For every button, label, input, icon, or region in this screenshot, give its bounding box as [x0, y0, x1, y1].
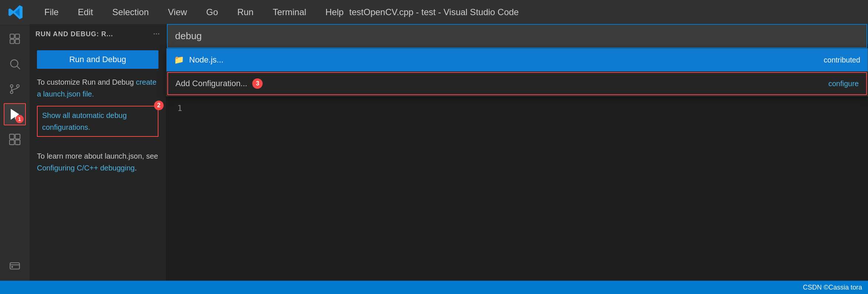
activity-search[interactable]	[4, 53, 26, 75]
menu-bar: File Edit Selection View Go Run Terminal…	[41, 6, 346, 19]
run-debug-button[interactable]: Run and Debug	[37, 50, 158, 69]
nodejs-tag: contributed	[824, 56, 860, 64]
nodejs-label: Node.js...	[189, 55, 223, 65]
sidebar-content: Run and Debug To customize Run and Debug…	[30, 44, 166, 281]
svg-rect-14	[10, 134, 14, 139]
menu-help[interactable]: Help	[322, 6, 346, 19]
svg-rect-3	[15, 39, 19, 43]
badge-2: 2	[154, 101, 164, 110]
vscode-logo	[7, 4, 24, 20]
show-debug-container: Show all automatic debug configurations.…	[37, 106, 158, 144]
svg-rect-17	[15, 140, 20, 145]
learn-more-text: To learn more about launch.json, see Con…	[37, 150, 158, 174]
svg-rect-16	[10, 140, 14, 145]
svg-rect-18	[10, 263, 20, 269]
svg-rect-0	[10, 34, 14, 38]
editor-area: ◈ Get Start... C+ testOpe... 📁 Node.js..…	[166, 24, 868, 281]
dropdown-list: 📁 Node.js... contributed Add Configurati…	[166, 48, 868, 96]
title-bar: File Edit Selection View Go Run Terminal…	[0, 0, 868, 24]
status-bar: CSDN ©Cassia tora	[0, 281, 868, 294]
svg-point-8	[17, 85, 19, 87]
svg-rect-1	[15, 34, 19, 38]
menu-terminal[interactable]: Terminal	[270, 6, 309, 19]
show-debug-box: Show all automatic debug configurations.	[37, 106, 158, 137]
sidebar: RUN AND DEBUG: R... ··· Run and Debug To…	[30, 24, 166, 281]
debug-badge: 1	[16, 115, 24, 123]
sidebar-more-icon[interactable]: ···	[153, 30, 160, 38]
status-right: CSDN ©Cassia tora	[803, 284, 862, 291]
dropdown-item-nodejs[interactable]: 📁 Node.js... contributed	[167, 48, 868, 71]
configure-tag: configure	[828, 80, 859, 88]
activity-remote[interactable]	[4, 255, 26, 277]
customize-text: To customize Run and Debug create a laun…	[37, 76, 158, 100]
svg-point-6	[10, 85, 13, 87]
show-debug-link[interactable]: Show all automatic debug configurations.	[42, 111, 127, 131]
activity-explorer[interactable]	[4, 28, 26, 50]
sidebar-header-icons: ···	[153, 30, 160, 38]
svg-point-20	[12, 266, 13, 267]
sidebar-header: RUN AND DEBUG: R... ···	[30, 24, 166, 44]
debug-dropdown: 📁 Node.js... contributed Add Configurati…	[166, 24, 868, 96]
activity-bar: 1	[0, 24, 30, 281]
add-config-left: Add Configuration... 3	[175, 78, 263, 89]
menu-selection[interactable]: Selection	[109, 6, 152, 19]
sidebar-header-title: RUN AND DEBUG: R...	[35, 30, 113, 38]
folder-icon: 📁	[174, 55, 184, 65]
debug-search-input[interactable]	[175, 30, 859, 42]
badge-3: 3	[252, 78, 263, 89]
add-config-label: Add Configuration...	[175, 79, 247, 88]
search-container	[167, 24, 867, 48]
line-number-1: 1	[177, 104, 188, 113]
menu-go[interactable]: Go	[203, 6, 221, 19]
menu-view[interactable]: View	[165, 6, 190, 19]
main-area: 1 RUN AND DEBUG: R... ···	[0, 24, 868, 281]
menu-edit[interactable]: Edit	[75, 6, 96, 19]
svg-point-7	[10, 91, 13, 94]
menu-run[interactable]: Run	[234, 6, 256, 19]
svg-rect-2	[10, 39, 14, 43]
menu-file[interactable]: File	[41, 6, 62, 19]
svg-line-5	[17, 66, 20, 69]
svg-point-4	[11, 60, 18, 67]
activity-extensions[interactable]	[4, 128, 26, 151]
configuring-link[interactable]: Configuring C/C++ debugging	[37, 164, 135, 172]
svg-rect-15	[15, 134, 20, 139]
nodejs-item-left: 📁 Node.js...	[174, 55, 223, 65]
add-configuration-item[interactable]: Add Configuration... 3 configure	[167, 72, 867, 95]
window-title: testOpenCV.cpp - test - Visual Studio Co…	[349, 7, 519, 17]
activity-run-debug[interactable]: 1	[4, 103, 26, 125]
activity-source-control[interactable]	[4, 78, 26, 100]
editor-line-1: 1	[177, 104, 857, 113]
